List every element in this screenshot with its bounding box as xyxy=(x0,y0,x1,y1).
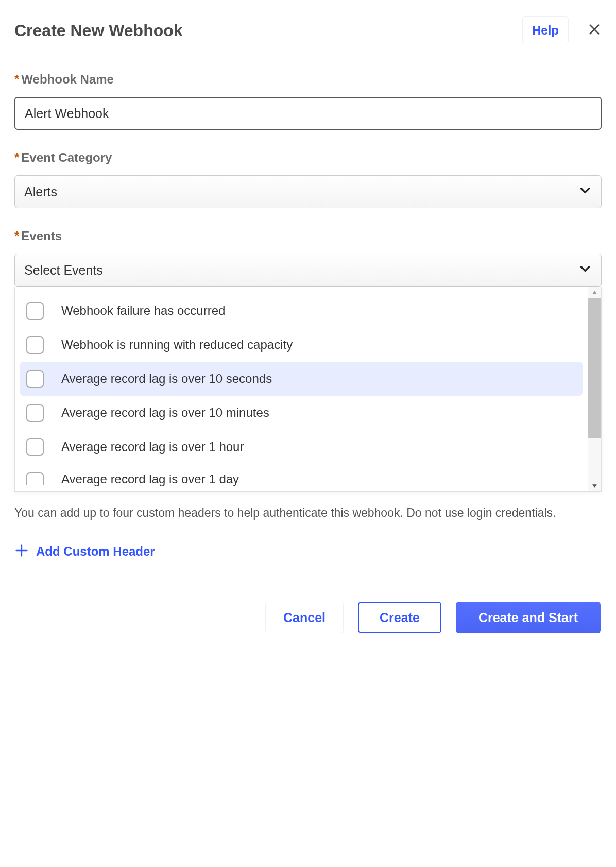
help-link[interactable]: Help xyxy=(522,16,569,44)
scrollbar[interactable] xyxy=(588,287,601,491)
cancel-button[interactable]: Cancel xyxy=(265,602,344,633)
events-label: *Events xyxy=(14,229,602,243)
create-button[interactable]: Create xyxy=(358,602,441,633)
events-group: *Events Select Events Webhook failure ha… xyxy=(14,229,602,492)
events-option-label: Webhook failure has occurred xyxy=(61,304,225,318)
webhook-name-group: *Webhook Name xyxy=(14,72,602,130)
events-label-text: Events xyxy=(21,229,62,243)
checkbox[interactable] xyxy=(26,370,44,388)
events-option[interactable]: Webhook failure has occurred xyxy=(15,294,588,328)
required-asterisk: * xyxy=(14,229,19,243)
events-option-label: Average record lag is over 10 minutes xyxy=(61,406,269,420)
events-option-label: Average record lag is over 1 hour xyxy=(61,440,244,454)
scroll-up-arrow[interactable] xyxy=(588,287,602,298)
webhook-name-input[interactable] xyxy=(14,97,602,130)
events-option-label: Average record lag is over 10 seconds xyxy=(61,372,272,386)
events-select[interactable]: Select Events xyxy=(14,254,602,287)
dialog-header: Create New Webhook Help xyxy=(14,16,602,44)
page-title: Create New Webhook xyxy=(14,21,183,40)
events-option-list: Webhook failure has occurredWebhook is r… xyxy=(15,287,588,491)
svg-marker-2 xyxy=(592,291,597,294)
event-category-group: *Event Category Alerts xyxy=(14,151,602,208)
create-and-start-button[interactable]: Create and Start xyxy=(456,602,601,633)
events-dropdown-container: Select Events Webhook failure has occurr… xyxy=(14,254,602,492)
events-option[interactable]: Average record lag is over 1 day xyxy=(15,464,588,487)
events-option-label: Webhook is running with reduced capacity xyxy=(61,338,293,352)
events-option[interactable]: Average record lag is over 10 seconds xyxy=(20,362,583,396)
checkbox[interactable] xyxy=(26,404,44,422)
scroll-thumb[interactable] xyxy=(588,298,601,438)
add-custom-header-label: Add Custom Header xyxy=(36,544,155,559)
chevron-down-icon xyxy=(578,184,592,200)
svg-marker-3 xyxy=(592,484,597,488)
required-asterisk: * xyxy=(14,151,19,164)
close-icon[interactable] xyxy=(587,22,602,39)
events-option[interactable]: Average record lag is over 1 hour xyxy=(15,430,588,464)
scroll-track[interactable] xyxy=(588,298,601,480)
add-custom-header-button[interactable]: Add Custom Header xyxy=(14,543,602,560)
webhook-name-label: *Webhook Name xyxy=(14,72,602,87)
events-dropdown-panel: Webhook failure has occurredWebhook is r… xyxy=(14,287,602,492)
checkbox[interactable] xyxy=(26,472,44,485)
events-option-label: Average record lag is over 1 day xyxy=(61,472,239,487)
custom-headers-helper-text: You can add up to four custom headers to… xyxy=(14,506,602,520)
event-category-selected-value: Alerts xyxy=(24,185,57,199)
event-category-select[interactable]: Alerts xyxy=(14,175,602,208)
checkbox[interactable] xyxy=(26,302,44,320)
webhook-name-label-text: Webhook Name xyxy=(21,72,114,86)
events-placeholder: Select Events xyxy=(24,263,103,278)
event-category-label-text: Event Category xyxy=(21,151,112,164)
events-option[interactable]: Average record lag is over 10 minutes xyxy=(15,396,588,430)
event-category-label: *Event Category xyxy=(14,151,602,165)
checkbox[interactable] xyxy=(26,336,44,354)
required-asterisk: * xyxy=(14,72,19,86)
dialog-footer: Cancel Create Create and Start xyxy=(14,602,602,633)
header-actions: Help xyxy=(522,16,602,44)
plus-icon xyxy=(14,543,29,560)
chevron-down-icon xyxy=(578,262,592,278)
events-option[interactable]: Webhook is running with reduced capacity xyxy=(15,328,588,362)
scroll-down-arrow[interactable] xyxy=(588,480,602,491)
checkbox[interactable] xyxy=(26,438,44,456)
